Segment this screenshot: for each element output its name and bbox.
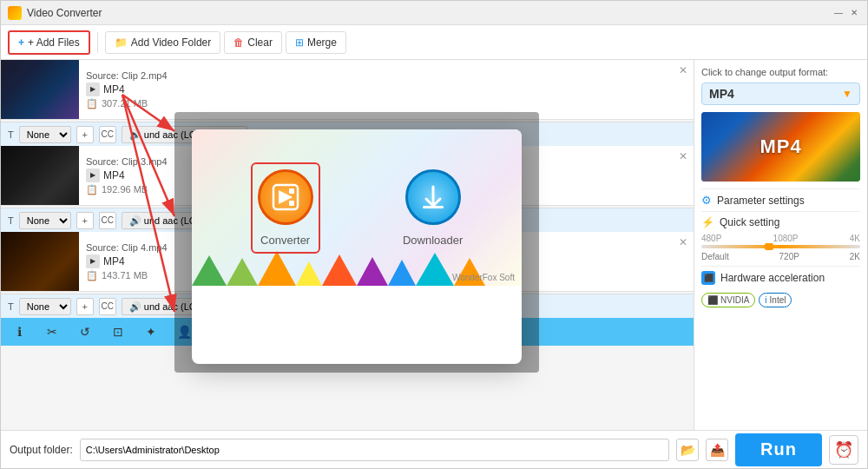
app-icon — [8, 6, 22, 20]
modal-header: Converter Downloader — [192, 129, 522, 286]
clear-label: Clear — [247, 36, 273, 49]
format-select-dropdown[interactable]: MP4 ▼ — [701, 83, 860, 105]
schedule-button[interactable]: ⏰ — [829, 435, 858, 465]
window-controls: — ✕ — [832, 7, 860, 19]
cc-btn-2[interactable]: CC — [99, 212, 116, 229]
converter-choice-inner: Converter — [258, 169, 313, 247]
size-icon-3: 📋 — [86, 270, 98, 281]
param-settings-section[interactable]: ⚙ Parameter settings — [701, 188, 860, 211]
cc-btn-3[interactable]: CC — [99, 298, 116, 315]
add-subtitle-3[interactable]: + — [76, 298, 94, 315]
downloader-choice[interactable]: Downloader — [403, 169, 463, 247]
info-btn[interactable]: ℹ — [8, 320, 30, 343]
cut-btn[interactable]: ✂ — [41, 320, 63, 343]
subtitle-label-3: T — [8, 301, 14, 312]
open-output-button[interactable]: 📤 — [706, 439, 728, 461]
file-close-1[interactable]: ✕ — [676, 63, 690, 77]
effect-btn[interactable]: ✦ — [140, 320, 162, 343]
intel-label: Intel — [770, 295, 786, 305]
rotate-btn[interactable]: ↺ — [74, 320, 96, 343]
bottom-bar: Output folder: 📂 📤 Run ⏰ — [1, 430, 867, 468]
format-icon-2: ▶ — [86, 168, 100, 182]
downloader-svg — [418, 182, 449, 213]
file-format-1: ▶ MP4 — [86, 83, 687, 96]
add-subtitle-1[interactable]: + — [76, 126, 94, 143]
add-video-folder-button[interactable]: 📁 Add Video Folder — [105, 31, 221, 54]
quality-default: Default — [701, 252, 729, 261]
thumbnail-format-text: MP4 — [760, 135, 801, 158]
format-label-1: MP4 — [103, 83, 125, 96]
add-files-button[interactable]: + + Add Files — [8, 30, 90, 55]
quality-4k: 4K — [850, 234, 860, 243]
format-label-2: MP4 — [103, 169, 125, 182]
file-item-1: Source: Clip 2.mp4 ▶ MP4 📋 307.21 MB ✕ — [1, 60, 694, 120]
merge-icon: ⊞ — [295, 36, 304, 49]
svg-rect-3 — [289, 201, 294, 206]
svg-rect-2 — [289, 188, 294, 194]
quality-slider[interactable] — [701, 245, 860, 248]
subtitle-select-3[interactable]: None — [19, 298, 71, 315]
rp-change-format-label: Click to change output format: — [701, 67, 860, 77]
subtitle-select-1[interactable]: None — [19, 126, 71, 143]
file-close-2[interactable]: ✕ — [676, 149, 690, 163]
modal-overlay: ✕ — [174, 112, 539, 373]
trash-icon: 🗑 — [233, 36, 244, 49]
hardware-accel-section[interactable]: ⬛ Hardware acceleration — [701, 266, 860, 289]
file-close-3[interactable]: ✕ — [676, 235, 690, 249]
format-icon-3: ▶ — [86, 254, 100, 268]
converter-svg — [270, 182, 301, 213]
output-folder-label: Output folder: — [10, 444, 73, 456]
run-button[interactable]: Run — [735, 433, 822, 466]
modal-dialog: ✕ — [192, 129, 522, 364]
format-label: MP4 — [709, 87, 734, 101]
quality-sub-labels: Default 720P 2K — [701, 252, 860, 261]
hw-accel-icon: ⬛ — [701, 271, 715, 285]
browse-folder-button[interactable]: 📂 — [676, 439, 699, 461]
crop-btn[interactable]: ⊡ — [107, 320, 129, 343]
intel-chip: i Intel — [759, 293, 792, 307]
quick-icon: ⚡ — [701, 216, 714, 228]
converter-icon — [258, 169, 313, 225]
file-thumb-3 — [1, 232, 79, 291]
subtitle-select-2[interactable]: None — [19, 212, 71, 229]
quality-2k: 2K — [850, 252, 860, 261]
quality-1080p: 1080P — [773, 234, 799, 243]
slider-handle — [765, 243, 773, 250]
quality-480p: 480P — [701, 234, 721, 243]
nvidia-chip: ⬛ NVIDIA — [701, 293, 755, 307]
close-button[interactable]: ✕ — [848, 7, 860, 19]
size-icon-1: 📋 — [86, 98, 98, 109]
quality-labels: 480P 1080P 4K — [701, 234, 860, 243]
minimize-button[interactable]: — — [832, 7, 845, 19]
size-label-3: 143.71 MB — [102, 270, 148, 281]
thumb-img-1 — [1, 60, 79, 119]
file-thumb-2 — [1, 146, 79, 205]
chip-row: ⬛ NVIDIA i Intel — [701, 289, 860, 311]
param-label: Parameter settings — [717, 195, 805, 207]
folder-icon: 📁 — [115, 36, 128, 49]
format-label-3: MP4 — [103, 255, 125, 268]
converter-choice[interactable]: Converter — [251, 162, 320, 254]
format-icon-1: ▶ — [86, 83, 100, 96]
intel-icon: i — [765, 295, 766, 305]
right-panel: Click to change output format: MP4 ▼ MP4… — [694, 60, 867, 430]
window-title: Video Converter — [27, 7, 832, 19]
format-thumbnail: MP4 — [701, 112, 860, 182]
output-folder-input[interactable] — [80, 439, 669, 461]
hw-accel-label: Hardware acceleration — [720, 272, 825, 284]
merge-label: Merge — [307, 36, 337, 49]
merge-button[interactable]: ⊞ Merge — [286, 31, 346, 54]
cc-btn-1[interactable]: CC — [99, 126, 116, 143]
size-icon-2: 📋 — [86, 184, 98, 195]
file-info-1: Source: Clip 2.mp4 ▶ MP4 📋 307.21 MB — [79, 60, 694, 119]
nvidia-icon: ⬛ — [707, 295, 718, 305]
add-subtitle-2[interactable]: + — [76, 212, 94, 229]
svg-rect-4 — [423, 206, 444, 208]
converter-label: Converter — [260, 234, 310, 247]
clear-button[interactable]: 🗑 Clear — [224, 31, 282, 54]
plus-icon: + — [18, 36, 24, 49]
thumb-dark-3 — [1, 232, 79, 291]
nvidia-label: NVIDIA — [720, 295, 749, 305]
toolbar-divider-1 — [97, 32, 98, 53]
add-folder-label: Add Video Folder — [131, 36, 212, 49]
